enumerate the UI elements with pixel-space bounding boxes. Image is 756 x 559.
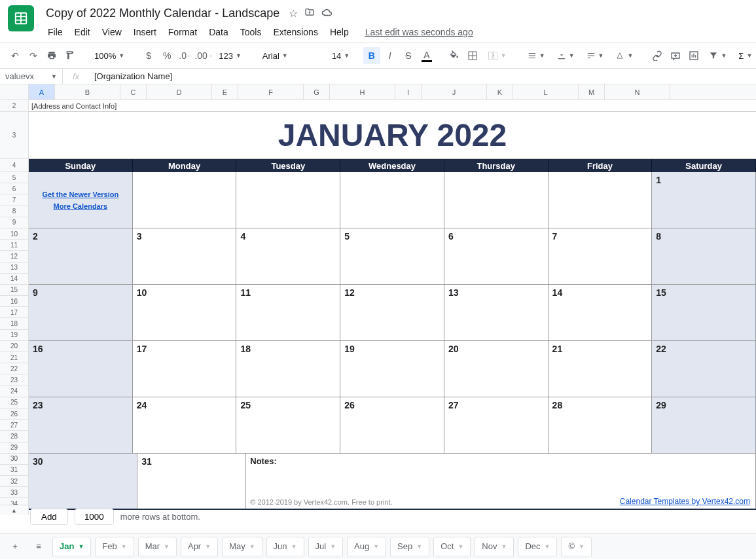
add-rows-button[interactable]: Add: [30, 509, 68, 525]
address-cell[interactable]: [Address and Contact Info]: [29, 100, 756, 112]
date-8[interactable]: 8: [652, 228, 756, 284]
row-header-11[interactable]: 11: [0, 240, 29, 251]
row-header-18[interactable]: 18: [0, 318, 29, 329]
row-header-22[interactable]: 22: [0, 363, 29, 374]
halign-button[interactable]: ▼: [522, 47, 550, 64]
col-header-K[interactable]: K: [487, 84, 513, 99]
menu-extensions[interactable]: Extensions: [268, 24, 322, 40]
zoom-select[interactable]: 100%▼: [89, 47, 130, 64]
formula-bar[interactable]: [Organization Name]: [89, 71, 756, 81]
borders-button[interactable]: [464, 47, 481, 64]
rotate-button[interactable]: ▼: [610, 47, 638, 64]
row-header-20[interactable]: 20: [0, 341, 29, 352]
date-26[interactable]: 26: [340, 397, 444, 453]
functions-button[interactable]: Σ▼: [733, 47, 756, 64]
date-7[interactable]: 7: [549, 228, 653, 284]
date-20[interactable]: 20: [444, 341, 549, 397]
col-header-B[interactable]: B: [55, 84, 120, 99]
row-header-10[interactable]: 10: [0, 228, 29, 240]
add-rows-count[interactable]: [75, 509, 114, 525]
sheets-logo[interactable]: [8, 5, 34, 31]
links-cell[interactable]: Get the Newer VersionMore Calendars: [29, 172, 133, 228]
date-5[interactable]: 5: [340, 228, 444, 284]
row-header-9[interactable]: 9: [0, 217, 29, 228]
row-header-17[interactable]: 17: [0, 307, 29, 318]
chart-button[interactable]: [685, 47, 702, 64]
sheet-tab-feb[interactable]: Feb▼: [95, 537, 134, 556]
menu-format[interactable]: Format: [164, 24, 202, 40]
add-sheet-button[interactable]: +: [5, 537, 25, 556]
notes-area[interactable]: Notes:© 2012-2019 by Vertex42.com. Free …: [246, 454, 756, 509]
undo-button[interactable]: ↶: [7, 47, 24, 64]
date-12[interactable]: 12: [340, 285, 444, 340]
empty-cell[interactable]: [549, 172, 653, 228]
empty-cell[interactable]: [236, 172, 340, 228]
date-6[interactable]: 6: [444, 228, 549, 284]
row-header-29[interactable]: 29: [0, 442, 29, 454]
date-14[interactable]: 14: [549, 285, 653, 340]
col-header-L[interactable]: L: [513, 84, 579, 99]
date-21[interactable]: 21: [549, 341, 653, 397]
newer-version-link[interactable]: Get the Newer Version: [42, 190, 118, 198]
row-header-16[interactable]: 16: [0, 296, 29, 307]
row-header-23[interactable]: 23: [0, 374, 29, 386]
font-select[interactable]: Arial▼: [257, 47, 316, 64]
sheet-tab-jul[interactable]: Jul▼: [308, 537, 344, 556]
row-header-25[interactable]: 25: [0, 397, 29, 408]
sheet-tab-oct[interactable]: Oct▼: [433, 537, 471, 556]
date-11[interactable]: 11: [236, 285, 340, 340]
row-header-14[interactable]: 14: [0, 274, 29, 285]
date-29[interactable]: 29: [652, 397, 756, 453]
comment-button[interactable]: [667, 47, 684, 64]
row-header-30[interactable]: 30: [0, 454, 29, 465]
print-button[interactable]: [43, 47, 60, 64]
redo-button[interactable]: ↷: [25, 47, 42, 64]
col-header-F[interactable]: F: [238, 84, 304, 99]
date-17[interactable]: 17: [133, 341, 237, 397]
name-box[interactable]: valuevx▼: [0, 69, 63, 84]
sheet-tab-dec[interactable]: Dec▼: [518, 537, 557, 556]
wrap-button[interactable]: ▼: [581, 47, 609, 64]
row-header-6[interactable]: 6: [0, 183, 29, 194]
more-calendars-link[interactable]: More Calendars: [54, 202, 108, 210]
menu-help[interactable]: Help: [325, 24, 353, 40]
date-19[interactable]: 19: [340, 341, 444, 397]
sheet-tab-may[interactable]: May▼: [222, 537, 262, 556]
menu-view[interactable]: View: [98, 24, 126, 40]
col-header-A[interactable]: A: [29, 84, 55, 99]
row-header-2[interactable]: 2: [0, 100, 29, 112]
paint-format-button[interactable]: [62, 47, 79, 64]
date-15[interactable]: 15: [652, 285, 756, 340]
date-3[interactable]: 3: [133, 228, 237, 284]
row-header-5[interactable]: 5: [0, 172, 29, 183]
valign-button[interactable]: ▼: [552, 47, 580, 64]
col-header-C[interactable]: C: [120, 84, 147, 99]
merge-button[interactable]: ▼: [482, 47, 512, 64]
star-icon[interactable]: ☆: [289, 7, 298, 20]
date-4[interactable]: 4: [236, 228, 340, 284]
row-header-8[interactable]: 8: [0, 206, 29, 217]
row-header-13[interactable]: 13: [0, 262, 29, 274]
row-header-21[interactable]: 21: [0, 352, 29, 363]
date-2[interactable]: 2: [29, 228, 133, 284]
move-icon[interactable]: [304, 7, 315, 20]
empty-cell[interactable]: [133, 172, 237, 228]
row-header-33[interactable]: 33: [0, 487, 29, 498]
sheet-tab-mar[interactable]: Mar▼: [138, 537, 177, 556]
menu-edit[interactable]: Edit: [70, 24, 95, 40]
row-header-24[interactable]: 24: [0, 386, 29, 397]
empty-cell[interactable]: [444, 172, 549, 228]
date-25[interactable]: 25: [236, 397, 340, 453]
bold-button[interactable]: B: [363, 47, 380, 64]
row-header-26[interactable]: 26: [0, 408, 29, 420]
select-all-corner[interactable]: [0, 84, 29, 99]
row-header-12[interactable]: 12: [0, 251, 29, 262]
date-28[interactable]: 28: [549, 397, 653, 453]
menu-file[interactable]: File: [43, 24, 67, 40]
col-header-M[interactable]: M: [579, 84, 605, 99]
sheet-tab-sep[interactable]: Sep▼: [390, 537, 429, 556]
link-button[interactable]: [649, 47, 666, 64]
last-edit-link[interactable]: Last edit was seconds ago: [365, 27, 473, 37]
row-header-4[interactable]: 4: [0, 159, 29, 172]
fill-color-button[interactable]: [446, 47, 463, 64]
